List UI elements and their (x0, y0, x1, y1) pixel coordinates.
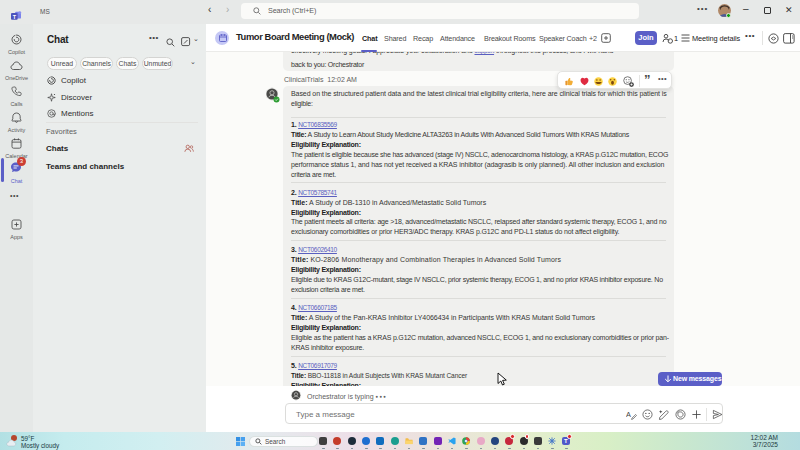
svg-text:A: A (626, 410, 631, 419)
